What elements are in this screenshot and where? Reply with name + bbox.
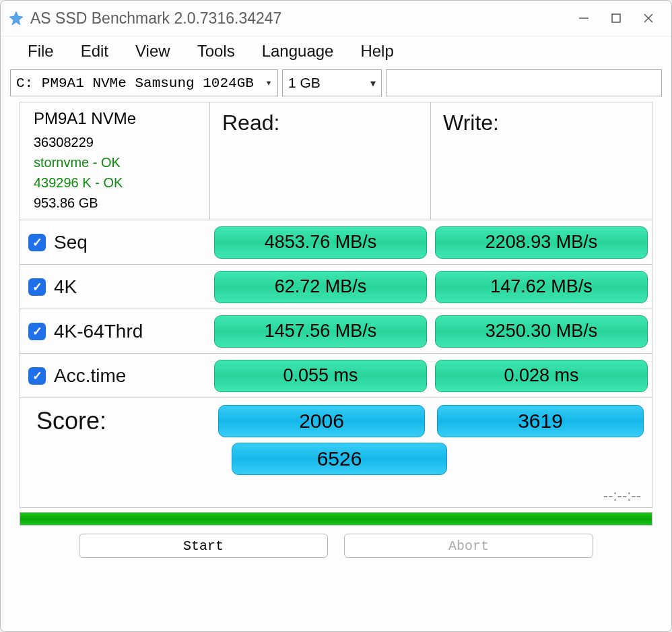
row-seq: ✓ Seq 4853.76 MB/s 2208.93 MB/s (20, 220, 652, 264)
acctime-write-value: 0.028 ms (435, 360, 648, 392)
4k-write-value: 147.62 MB/s (435, 271, 648, 303)
drive-capacity: 953.86 GB (34, 193, 201, 213)
start-button[interactable]: Start (79, 534, 328, 558)
acctime-read-value: 0.055 ms (214, 360, 427, 392)
progress-bar (20, 512, 652, 526)
elapsed-timer: --:--:-- (20, 483, 652, 507)
size-select[interactable]: 1 GB ▾ (282, 69, 382, 96)
row-seq-label-cell: ✓ Seq (20, 232, 210, 253)
score-total: 6526 (232, 443, 447, 475)
chevron-down-icon: ▾ (370, 77, 376, 90)
drive-serial: 36308229 (34, 132, 201, 152)
4k64-write-value: 3250.30 MB/s (435, 315, 648, 348)
menu-view[interactable]: View (129, 39, 177, 63)
menu-edit[interactable]: Edit (74, 39, 115, 63)
row-4k-label-cell: ✓ 4K (20, 276, 210, 298)
seq-write-value: 2208.93 MB/s (435, 226, 648, 259)
score-write: 3619 (437, 405, 644, 437)
acctime-checkbox[interactable]: ✓ (28, 367, 46, 385)
drive-select-value: C: PM9A1 NVMe Samsung 1024GB (16, 75, 254, 91)
menu-bar: File Edit View Tools Language Help (1, 36, 671, 65)
row-acctime: ✓ Acc.time 0.055 ms 0.028 ms (20, 353, 652, 398)
row-4k64-label-cell: ✓ 4K-64Thrd (20, 321, 210, 342)
score-read: 2006 (218, 405, 425, 437)
4k64-read-value: 1457.56 MB/s (214, 315, 427, 348)
app-icon (9, 11, 24, 26)
row-label: Seq (54, 232, 88, 253)
menu-tools[interactable]: Tools (191, 39, 242, 63)
column-write-header: Write: (431, 102, 652, 220)
chevron-down-icon: ▾ (265, 76, 272, 90)
text-field[interactable] (386, 69, 662, 96)
results-grid: PM9A1 NVMe 36308229 stornvme - OK 439296… (20, 102, 652, 508)
menu-help[interactable]: Help (354, 39, 400, 63)
size-select-value: 1 GB (288, 75, 321, 91)
close-button[interactable] (632, 2, 665, 34)
seq-checkbox[interactable]: ✓ (28, 234, 46, 251)
progress-fill (20, 513, 652, 525)
row-label: 4K (54, 276, 77, 298)
menu-language[interactable]: Language (255, 39, 341, 63)
row-label: Acc.time (54, 365, 126, 387)
4k-read-value: 62.72 MB/s (214, 271, 427, 303)
abort-button: Abort (344, 534, 593, 558)
menu-file[interactable]: File (21, 39, 61, 63)
row-4k64: ✓ 4K-64Thrd 1457.56 MB/s 3250.30 MB/s (20, 309, 652, 353)
window-title: AS SSD Benchmark 2.0.7316.34247 (30, 9, 568, 28)
maximize-button[interactable] (600, 2, 632, 34)
row-acctime-label-cell: ✓ Acc.time (20, 365, 210, 387)
column-read-header: Read: (210, 102, 431, 220)
minimize-button[interactable] (568, 2, 600, 34)
drive-name: PM9A1 NVMe (34, 109, 201, 128)
row-label: 4K-64Thrd (54, 321, 143, 342)
score-label: Score: (31, 407, 210, 435)
score-section: Score: 2006 3619 6526 (20, 398, 652, 483)
drive-info-cell: PM9A1 NVMe 36308229 stornvme - OK 439296… (20, 102, 210, 220)
seq-read-value: 4853.76 MB/s (214, 226, 427, 259)
4k64-checkbox[interactable]: ✓ (28, 323, 46, 340)
drive-select[interactable]: C: PM9A1 NVMe Samsung 1024GB ▾ (10, 69, 278, 96)
app-window: AS SSD Benchmark 2.0.7316.34247 File Edi… (0, 0, 672, 632)
4k-checkbox[interactable]: ✓ (28, 278, 46, 296)
row-4k: ✓ 4K 62.72 MB/s 147.62 MB/s (20, 264, 652, 309)
svg-rect-1 (612, 14, 620, 22)
alignment-status: 439296 K - OK (34, 172, 201, 193)
title-bar: AS SSD Benchmark 2.0.7316.34247 (1, 1, 671, 36)
selector-row: C: PM9A1 NVMe Samsung 1024GB ▾ 1 GB ▾ (1, 65, 671, 102)
driver-status: stornvme - OK (34, 152, 201, 172)
results-header-row: PM9A1 NVMe 36308229 stornvme - OK 439296… (20, 102, 652, 220)
action-buttons: Start Abort (1, 526, 671, 565)
